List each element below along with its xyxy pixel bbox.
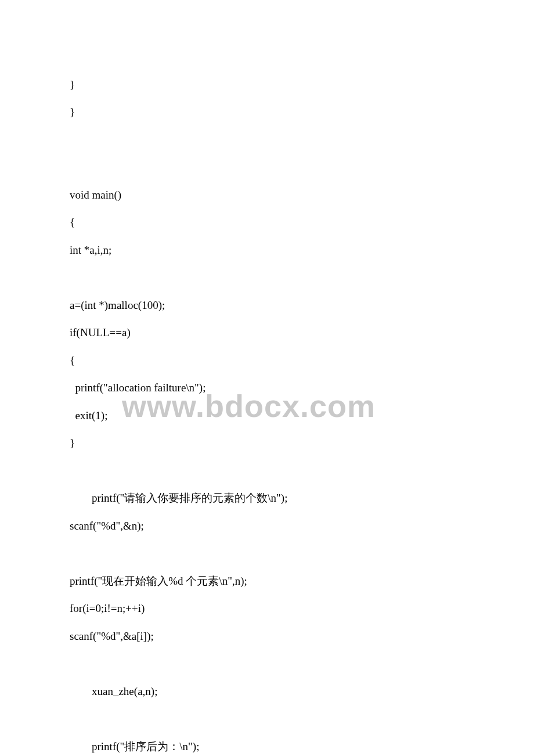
code-line: xuan_zhe(a,n); [70, 685, 464, 699]
code-line: int *a,i,n; [70, 243, 464, 257]
code-block: } } void main() { int *a,i,n; a=(int *)m… [70, 64, 464, 756]
code-line: scanf("%d",&n); [70, 519, 464, 533]
code-line [70, 464, 464, 478]
code-line: { [70, 215, 464, 229]
code-line: void main() [70, 188, 464, 202]
code-line: printf("排序后为：\n"); [70, 740, 464, 754]
code-line: } [70, 436, 464, 450]
code-line: printf("现在开始输入%d 个元素\n",n); [70, 574, 464, 588]
code-line: scanf("%d",&a[i]); [70, 629, 464, 643]
code-line: for(i=0;i!=n;++i) [70, 602, 464, 615]
code-line: exit(1); [70, 409, 464, 423]
code-line: { [70, 354, 464, 368]
code-line: if(NULL==a) [70, 326, 464, 340]
code-line: } [70, 78, 464, 92]
code-line [70, 712, 464, 726]
code-line: a=(int *)malloc(100); [70, 298, 464, 312]
code-line [70, 546, 464, 560]
code-line: } [70, 105, 464, 119]
code-line [70, 657, 464, 671]
code-line: printf("allocation failture\n"); [70, 381, 464, 395]
code-line: printf("请输入你要排序的元素的个数\n"); [70, 491, 464, 505]
code-line [70, 160, 464, 174]
code-line [70, 271, 464, 285]
code-line [70, 133, 464, 147]
